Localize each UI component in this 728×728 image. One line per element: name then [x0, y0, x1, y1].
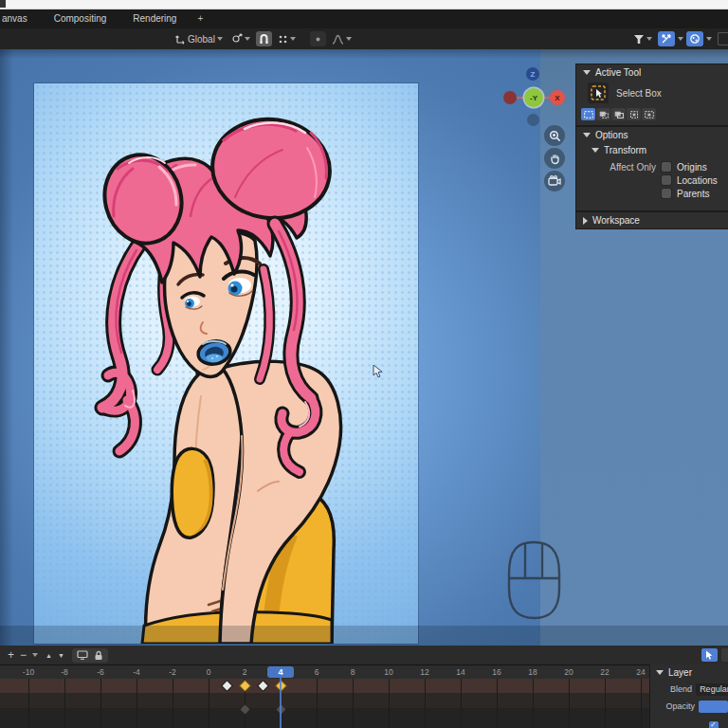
workspace-title: Workspace [592, 215, 640, 226]
monitor-icon[interactable] [77, 650, 88, 660]
select-mode-extend[interactable] [596, 108, 610, 120]
options-header[interactable]: Options [576, 127, 728, 143]
dopesheet-channels[interactable] [0, 679, 728, 728]
zoom-view-button[interactable] [544, 125, 565, 146]
overlays-sphere-icon [689, 33, 701, 45]
layer-panel-header[interactable]: Layer [650, 664, 728, 680]
chevron-right-icon [583, 217, 588, 225]
chevron-down-icon [290, 37, 296, 41]
active-tool-button[interactable] [588, 82, 609, 103]
chevron-down-icon [245, 37, 250, 41]
pan-view-button[interactable] [544, 148, 565, 169]
ruler-frame-number: 8 [351, 665, 355, 679]
blend-mode-dropdown[interactable]: Regular [696, 683, 728, 696]
ruler-frame-number: -4 [133, 665, 140, 679]
frame-gridline [569, 679, 570, 728]
falloff-curve-icon [332, 34, 344, 45]
gizmo-negy-ball[interactable]: -Y [524, 88, 543, 107]
channel-row-2[interactable] [0, 693, 728, 708]
frame-gridline [353, 679, 354, 728]
transform-subheader[interactable]: Transform [576, 143, 728, 157]
snap-target-icon [231, 33, 243, 45]
snap-with-dropdown[interactable] [275, 31, 299, 46]
viewport-left-shade [0, 49, 13, 646]
transform-orientation-icon [175, 34, 186, 45]
checkbox-label-locations: Locations [677, 175, 718, 186]
workspace-tab-compositing[interactable]: Compositing [41, 9, 120, 28]
proportional-editing-icon [313, 34, 323, 45]
timeline-header-partial-button[interactable] [721, 648, 728, 662]
filter-dropdown[interactable] [630, 31, 655, 46]
current-frame-indicator[interactable]: 4 [267, 666, 294, 678]
add-keyframe-button[interactable]: + [8, 648, 14, 662]
frame-ruler[interactable]: 4 -12-10-8-6-4-202681012141618202224 [0, 665, 728, 679]
chevron-down-icon [217, 37, 223, 41]
drawing-canvas[interactable] [34, 83, 418, 644]
hand-icon [549, 153, 561, 165]
frame-gridline [28, 679, 29, 728]
select-mode-subtract[interactable] [611, 108, 626, 120]
layer-panel-title: Layer [668, 667, 692, 678]
workspace-tab-rendering[interactable]: Rendering [119, 9, 190, 28]
mouse-cursor [373, 365, 384, 379]
frame-gridline [209, 679, 209, 728]
transform-orientation-dropdown[interactable]: Global [173, 31, 226, 46]
panel-options: Options Transform Affect OnlyOriginsLoca… [576, 127, 728, 210]
screen-top-strip [0, 0, 728, 9]
hair-strand-left [102, 243, 140, 451]
options-title: Options [595, 130, 628, 140]
workspace-tab-anvas[interactable]: anvas [0, 9, 41, 28]
frame-gridline [136, 679, 137, 728]
chevron-down-icon[interactable] [32, 653, 38, 657]
checkbox-origins[interactable] [662, 162, 671, 172]
gizmo-negx-ball[interactable] [503, 91, 517, 104]
camera-view-button[interactable] [544, 171, 565, 191]
select-mode-new[interactable] [581, 108, 595, 120]
select-mode-invert[interactable] [627, 108, 641, 120]
2d-viewport[interactable]: Z -Y X Acti [0, 49, 728, 646]
timeline-select-tool-button[interactable] [701, 648, 718, 662]
snap-magnet-icon [259, 33, 269, 45]
chevron-down-icon [656, 670, 664, 675]
chevron-down-icon[interactable] [678, 37, 683, 41]
face [165, 230, 260, 377]
lock-icon[interactable] [94, 650, 103, 661]
cursor-icon [705, 650, 714, 661]
gizmos-icon [661, 33, 672, 45]
chevron-down-icon[interactable] [706, 37, 712, 41]
add-workspace-tab[interactable]: + [190, 9, 210, 28]
workspace-header[interactable]: Workspace [576, 212, 728, 228]
proportional-editing-button[interactable] [310, 31, 326, 46]
ruler-frame-number: 6 [315, 665, 319, 679]
checkbox-locations[interactable] [662, 175, 671, 185]
opacity-slider[interactable] [699, 701, 728, 713]
frame-gridline [461, 679, 462, 728]
layer-panel: Layer Blend Regular Opacity [650, 664, 728, 728]
proportional-falloff-dropdown[interactable] [329, 31, 355, 46]
ruler-frame-number: 18 [528, 665, 537, 679]
move-channel-down-button[interactable]: ▼ [58, 652, 64, 659]
gizmo-negz-ball[interactable] [527, 114, 539, 126]
selected-channel-strip[interactable] [0, 679, 728, 693]
frame-gridline [317, 679, 318, 728]
layer-use-lights-checkbox[interactable] [709, 721, 719, 728]
select-mode-intersect[interactable] [642, 108, 656, 120]
remove-keyframe-button[interactable]: − [20, 648, 27, 662]
checkbox-parents[interactable] [662, 189, 671, 198]
show-gizmos-toggle[interactable] [658, 31, 675, 46]
move-channel-up-button[interactable]: ▲ [46, 652, 52, 659]
frame-gridline [497, 679, 498, 728]
playhead[interactable] [280, 678, 282, 728]
snap-target-dropdown[interactable] [228, 31, 253, 46]
gizmo-z-ball[interactable]: Z [526, 67, 539, 81]
active-tool-header[interactable]: Active Tool [576, 64, 728, 81]
snap-grid-icon [278, 34, 288, 45]
frame-gridline [173, 679, 173, 728]
frame-gridline [605, 679, 606, 728]
snap-toggle-button[interactable] [256, 31, 272, 46]
character-artwork [34, 83, 418, 644]
gizmo-x-ball[interactable]: X [550, 90, 565, 105]
xray-toggle-partial[interactable] [718, 32, 728, 46]
show-overlays-toggle[interactable] [686, 31, 703, 46]
timeline-editor[interactable]: + − ▲ ▼ 4 -12-10-8-6-4-202681012141 [0, 646, 728, 728]
